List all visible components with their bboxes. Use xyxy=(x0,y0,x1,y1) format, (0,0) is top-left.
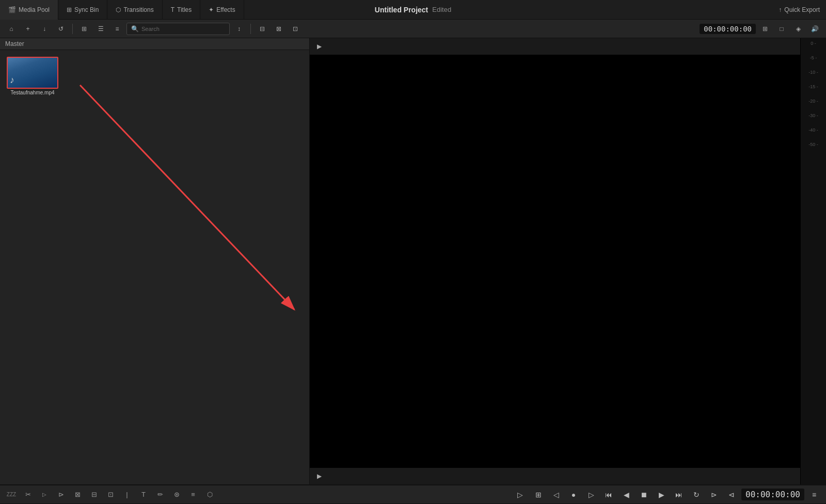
audio-label-0: 0 - xyxy=(811,41,816,46)
media-pool-panel: Master ♪ Testaufnahme.mp4 xyxy=(0,38,310,484)
timeline-mixer-btn[interactable]: ⊞ xyxy=(531,488,546,501)
play-button[interactable]: ▶ xyxy=(654,488,669,501)
go-frame-back-button[interactable]: ● xyxy=(566,488,581,501)
timeline-transport-controls: ◁ ● ▷ ⏮ ◀ ⏹ ▶ ⏭ ↻ ⊳ ⊲ 00:00:00:00 ≡ xyxy=(548,488,822,501)
audio-label-30: -30 - xyxy=(808,113,818,118)
tab-transitions[interactable]: ⬡ Transitions xyxy=(107,0,162,20)
quick-export-label: Quick Export xyxy=(784,6,820,13)
transform-tool[interactable]: ⬡ xyxy=(202,488,217,501)
preview-play-start-button[interactable]: ▶ xyxy=(314,41,324,52)
nav-tabs-left: 🎬 Media Pool ⊞ Sync Bin ⬡ Transitions T … xyxy=(0,0,244,20)
tab-effects-label: Effects xyxy=(216,6,235,13)
stop-button[interactable]: ⏹ xyxy=(636,488,652,501)
home-button[interactable]: ⌂ xyxy=(4,22,19,36)
audio-label-20: -20 - xyxy=(808,99,818,104)
effects-icon: ✦ xyxy=(209,6,214,13)
audio-button[interactable]: ⊡ xyxy=(288,22,303,36)
tab-sync-bin-label: Sync Bin xyxy=(74,6,99,13)
dynamic-trim-tool[interactable]: ⊠ xyxy=(70,488,85,501)
grid-view-button[interactable]: ⊞ xyxy=(77,22,91,36)
new-bin-button[interactable]: + xyxy=(21,22,35,36)
clip-filename: Testaufnahme.mp4 xyxy=(10,90,54,95)
timeline-section: ZZZ ✂ ▷ ⊳ ⊠ ⊟ ⊡ | T ✏ ⊛ ≡ ⬡ ▷ ⊞ ◁ ● ▷ ⏮ … xyxy=(0,484,826,504)
tab-media-pool-label: Media Pool xyxy=(19,6,50,13)
first-frame-button[interactable]: ⊲ xyxy=(724,488,739,501)
loop-button[interactable]: ↻ xyxy=(689,488,704,501)
timeline-center-controls: ▷ ⊞ xyxy=(512,488,546,501)
import-button[interactable]: ↓ xyxy=(37,22,52,36)
media-pool-icon: 🎬 xyxy=(8,6,16,13)
audio-label-15: -15 - xyxy=(808,84,818,89)
go-to-end-button[interactable]: ⏭ xyxy=(671,488,687,501)
color-wheel-button[interactable]: ◈ xyxy=(791,22,805,36)
audio-label-40: -40 - xyxy=(808,127,818,133)
audio-label-5: -5 - xyxy=(810,55,817,60)
media-pool-content: ♪ Testaufnahme.mp4 xyxy=(0,50,309,484)
go-left-button[interactable]: ◁ xyxy=(548,488,564,501)
timeline-menu-button[interactable]: ≡ xyxy=(806,488,822,501)
audio-label-50: -50 - xyxy=(808,142,818,147)
transitions-icon: ⬡ xyxy=(116,6,121,13)
subtitle-tool[interactable]: ≡ xyxy=(186,488,200,501)
list-view-button[interactable]: ≡ xyxy=(110,22,124,36)
titles-icon: T xyxy=(171,6,174,13)
project-status: Edited xyxy=(432,6,451,13)
timeline-timecode: 00:00:00:00 xyxy=(741,489,804,500)
audio-meter: 0 - -5 - -10 - -15 - -20 - -30 - -40 - -… xyxy=(800,38,826,484)
main-content-area: Master ♪ Testaufnahme.mp4 ▶ ▶ xyxy=(0,38,826,484)
title-tool[interactable]: T xyxy=(136,488,151,501)
toolbar-right-section: 00:00:00:00 ⊞ □ ◈ 🔊 xyxy=(700,22,822,36)
search-bar[interactable]: 🔍 Search xyxy=(126,23,230,35)
master-label: Master xyxy=(5,40,24,47)
audio-label-10: -10 - xyxy=(808,70,818,75)
tab-titles[interactable]: T Titles xyxy=(163,0,201,20)
timeline-toolbar: ZZZ ✂ ▷ ⊳ ⊠ ⊟ ⊡ | T ✏ ⊛ ≡ ⬡ ▷ ⊞ ◁ ● ▷ ⏮ … xyxy=(0,485,826,504)
timeline-track-controls[interactable]: ▷ xyxy=(512,488,528,501)
clip-thumbnail: ♪ xyxy=(7,57,58,89)
media-clip-item[interactable]: ♪ Testaufnahme.mp4 xyxy=(5,55,60,97)
tab-sync-bin[interactable]: ⊞ Sync Bin xyxy=(58,0,107,20)
cut-tool[interactable]: ✂ xyxy=(21,488,35,501)
clip-music-icon: ♪ xyxy=(10,75,14,86)
preview-viewport xyxy=(310,55,800,468)
sort-button[interactable]: ↕ xyxy=(232,22,246,36)
export-icon: ↑ xyxy=(779,6,782,13)
slip-tool[interactable]: ⊟ xyxy=(87,488,101,501)
media-pool-header: Master xyxy=(0,38,309,50)
go-right-button[interactable]: ▷ xyxy=(583,488,599,501)
clip-metadata-button[interactable]: ⊟ xyxy=(255,22,269,36)
right-section: ▶ ▶ 0 - -5 - -10 - -15 - -20 - -30 - -40… xyxy=(310,38,826,484)
tab-media-pool[interactable]: 🎬 Media Pool xyxy=(0,0,58,20)
annotation-tool[interactable]: ✏ xyxy=(153,488,167,501)
next-clip-button[interactable]: ⊳ xyxy=(706,488,722,501)
play-reverse-button[interactable]: ◀ xyxy=(618,488,634,501)
tab-titles-label: Titles xyxy=(177,6,192,13)
track-select-tool[interactable]: ⊡ xyxy=(103,488,118,501)
timeline-left-tools: ZZZ ✂ ▷ ⊳ ⊠ ⊟ ⊡ | T ✏ ⊛ ≡ ⬡ xyxy=(4,488,217,501)
timeline-edit-tools[interactable]: ZZZ xyxy=(4,488,19,501)
toolbar-divider-1 xyxy=(72,24,73,34)
search-icon: 🔍 xyxy=(131,25,139,32)
timecode-display: 00:00:00:00 xyxy=(700,24,756,34)
undo-button[interactable]: ↺ xyxy=(54,22,68,36)
timeline-button[interactable]: ⊠ xyxy=(272,22,286,36)
toolbar-divider-2 xyxy=(250,24,251,34)
tab-effects[interactable]: ✦ Effects xyxy=(200,0,244,20)
preview-play-end-button[interactable]: ▶ xyxy=(314,471,324,481)
main-toolbar: ⌂ + ↓ ↺ ⊞ ☰ ≡ 🔍 Search ↕ ⊟ ⊠ ⊡ 00:00:00:… xyxy=(0,20,826,38)
trim-tool[interactable]: ⊳ xyxy=(54,488,68,501)
sync-bin-icon: ⊞ xyxy=(67,6,72,13)
clip-thumbnail-image xyxy=(8,58,57,88)
composite-mode-tool[interactable]: ⊛ xyxy=(169,488,184,501)
filmstrip-view-button[interactable]: ☰ xyxy=(93,22,108,36)
go-to-start-button[interactable]: ⏮ xyxy=(601,488,616,501)
nav-right: ↑ Quick Export xyxy=(779,6,826,13)
display-options-button[interactable]: □ xyxy=(774,22,789,36)
select-tool[interactable]: ▷ xyxy=(37,488,52,501)
razor-tool[interactable]: | xyxy=(120,488,134,501)
search-placeholder: Search xyxy=(141,26,160,32)
project-title: Untitled Project xyxy=(375,6,428,14)
view-options-button[interactable]: ⊞ xyxy=(758,22,772,36)
quick-export-button[interactable]: ↑ Quick Export xyxy=(779,6,820,13)
audio-level-button[interactable]: 🔊 xyxy=(807,22,822,36)
